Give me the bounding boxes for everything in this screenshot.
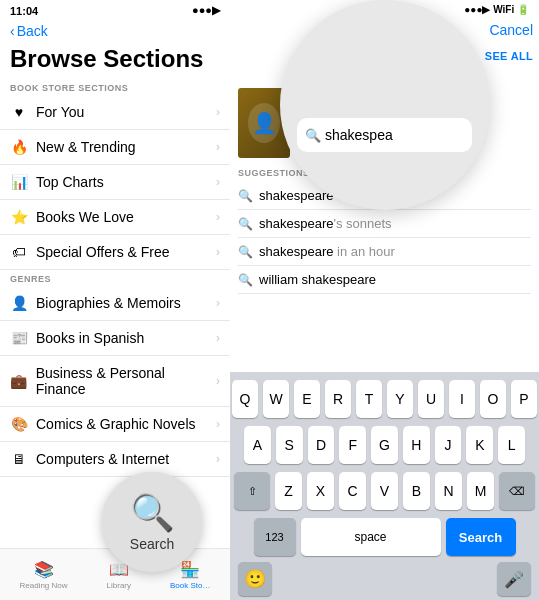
search-suggestion-icon: 🔍 xyxy=(238,245,253,259)
chevron-icon: › xyxy=(216,210,220,224)
menu-item-special-offers[interactable]: 🏷 Special Offers & Free › xyxy=(0,235,230,270)
search-bubble: 🔍 shakespea xyxy=(280,0,490,210)
suggestion-item-4[interactable]: 🔍 william shakespeare xyxy=(238,266,531,294)
spanish-icon: 📰 xyxy=(10,330,28,346)
delete-key[interactable]: ⌫ xyxy=(499,472,535,510)
space-key[interactable]: space xyxy=(301,518,441,556)
search-suggestion-icon: 🔍 xyxy=(238,273,253,287)
key-f[interactable]: F xyxy=(339,426,366,464)
menu-item-books-we-love[interactable]: ⭐ Books We Love › xyxy=(0,200,230,235)
menu-label-special-offers: Special Offers & Free xyxy=(36,244,170,260)
key-i[interactable]: I xyxy=(449,380,475,418)
key-a[interactable]: A xyxy=(244,426,271,464)
key-y[interactable]: Y xyxy=(387,380,413,418)
keyboard-row-2: A S D F G H J K L xyxy=(234,426,535,464)
key-x[interactable]: X xyxy=(307,472,334,510)
keyboard-row-4: 123 space Search xyxy=(234,518,535,556)
suggestion-text-4: william shakespeare xyxy=(259,272,376,287)
key-g[interactable]: G xyxy=(371,426,398,464)
key-l[interactable]: L xyxy=(498,426,525,464)
section-label-genres: GENRES xyxy=(0,270,230,286)
section-label-bookstore: BOOK STORE SECTIONS xyxy=(0,79,230,95)
keyboard-row-1: Q W E R T Y U I O P xyxy=(234,380,535,418)
chevron-icon: › xyxy=(216,175,220,189)
top-actions: Cancel SEE ALL xyxy=(485,22,533,62)
chart-icon: 📊 xyxy=(10,174,28,190)
menu-label-top-charts: Top Charts xyxy=(36,174,104,190)
suggestion-item-2[interactable]: 🔍 shakespeare's sonnets xyxy=(238,210,531,238)
menu-item-biographies[interactable]: 👤 Biographies & Memoirs › xyxy=(0,286,230,321)
menu-item-for-you[interactable]: ♥ For You › xyxy=(0,95,230,130)
key-n[interactable]: N xyxy=(435,472,462,510)
tag-icon: 🏷 xyxy=(10,244,28,260)
time-display: 11:04 xyxy=(10,5,38,17)
key-e[interactable]: E xyxy=(294,380,320,418)
menu-label-new-trending: New & Trending xyxy=(36,139,136,155)
key-d[interactable]: D xyxy=(308,426,335,464)
menu-item-comics[interactable]: 🎨 Comics & Graphic Novels › xyxy=(0,407,230,442)
key-q[interactable]: Q xyxy=(232,380,258,418)
key-v[interactable]: V xyxy=(371,472,398,510)
key-j[interactable]: J xyxy=(435,426,462,464)
back-button[interactable]: ‹ Back xyxy=(0,21,230,41)
fire-icon: 🔥 xyxy=(10,139,28,155)
emoji-key[interactable]: 🙂 xyxy=(238,562,272,596)
signal-icon-right: ●●●▶ WiFi 🔋 xyxy=(464,4,529,15)
search-input-text[interactable]: shakespea xyxy=(325,127,393,143)
big-search-icon: 🔍 xyxy=(130,492,175,534)
key-h[interactable]: H xyxy=(403,426,430,464)
chevron-icon: › xyxy=(216,245,220,259)
search-suggestion-icon: 🔍 xyxy=(238,189,253,203)
chevron-icon: › xyxy=(216,374,220,388)
key-o[interactable]: O xyxy=(480,380,506,418)
heart-icon: ♥ xyxy=(10,104,28,120)
mic-key[interactable]: 🎤 xyxy=(497,562,531,596)
book-store-icon: 🏪 xyxy=(180,560,200,579)
bio-icon: 👤 xyxy=(10,295,28,311)
key-k[interactable]: K xyxy=(466,426,493,464)
menu-label-business: Business & Personal Finance xyxy=(36,365,216,397)
suggestion-text-2: shakespeare's sonnets xyxy=(259,216,392,231)
key-b[interactable]: B xyxy=(403,472,430,510)
search-magnify-circle[interactable]: 🔍 Search xyxy=(102,472,202,572)
menu-item-new-trending[interactable]: 🔥 New & Trending › xyxy=(0,130,230,165)
chevron-icon: › xyxy=(216,452,220,466)
search-key[interactable]: Search xyxy=(446,518,516,556)
suggestion-item-3[interactable]: 🔍 shakespeare in an hour xyxy=(238,238,531,266)
comics-icon: 🎨 xyxy=(10,416,28,432)
right-panel: ●●●▶ WiFi 🔋 🔍 shakespea Cancel SEE ALL 👤… xyxy=(230,0,539,600)
key-t[interactable]: T xyxy=(356,380,382,418)
menu-label-comics: Comics & Graphic Novels xyxy=(36,416,196,432)
key-m[interactable]: M xyxy=(467,472,494,510)
shift-key[interactable]: ⇧ xyxy=(234,472,270,510)
keyboard-row-3: ⇧ Z X C V B N M ⌫ xyxy=(234,472,535,510)
signal-icon: ●●●▶ xyxy=(192,4,220,17)
key-u[interactable]: U xyxy=(418,380,444,418)
computer-icon: 🖥 xyxy=(10,451,28,467)
search-bar[interactable]: 🔍 shakespea xyxy=(297,118,472,152)
menu-label-books-spanish: Books in Spanish xyxy=(36,330,144,346)
star-icon: ⭐ xyxy=(10,209,28,225)
chevron-icon: › xyxy=(216,296,220,310)
key-z[interactable]: Z xyxy=(275,472,302,510)
business-icon: 💼 xyxy=(10,373,28,389)
key-c[interactable]: C xyxy=(339,472,366,510)
chevron-icon: › xyxy=(216,331,220,345)
key-s[interactable]: S xyxy=(276,426,303,464)
menu-item-books-spanish[interactable]: 📰 Books in Spanish › xyxy=(0,321,230,356)
chevron-icon: › xyxy=(216,105,220,119)
key-r[interactable]: R xyxy=(325,380,351,418)
menu-item-computers[interactable]: 🖥 Computers & Internet › xyxy=(0,442,230,477)
key-p[interactable]: P xyxy=(511,380,537,418)
menu-item-business[interactable]: 💼 Business & Personal Finance › xyxy=(0,356,230,407)
nav-reading-now[interactable]: 📚 Reading Now xyxy=(20,560,68,590)
key-w[interactable]: W xyxy=(263,380,289,418)
keyboard-extras-row: 🙂 🎤 xyxy=(234,562,535,596)
numbers-key[interactable]: 123 xyxy=(254,518,296,556)
cancel-button[interactable]: Cancel xyxy=(489,22,533,38)
menu-item-top-charts[interactable]: 📊 Top Charts › xyxy=(0,165,230,200)
menu-label-computers: Computers & Internet xyxy=(36,451,169,467)
book-cover-face-1: 👤 xyxy=(248,103,280,143)
keyboard[interactable]: Q W E R T Y U I O P A S D F G H J K L ⇧ … xyxy=(230,372,539,600)
see-all-button[interactable]: SEE ALL xyxy=(485,50,533,62)
